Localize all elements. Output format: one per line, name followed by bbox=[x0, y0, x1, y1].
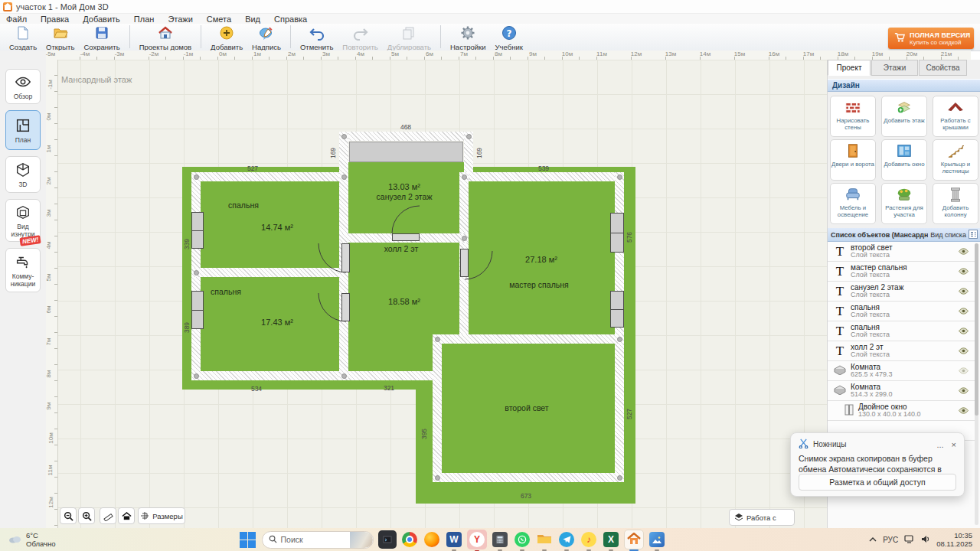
object-row-text-layer[interactable]: T мастер спальняСлой текста bbox=[828, 262, 975, 282]
menu-estimate[interactable]: Смета bbox=[207, 15, 231, 24]
visibility-eye-icon[interactable] bbox=[959, 267, 969, 276]
tray-clock[interactable]: 10:35 08.11.2025 bbox=[936, 531, 972, 549]
view-mode-label[interactable]: Вид списка bbox=[930, 231, 966, 239]
wall[interactable] bbox=[339, 132, 473, 141]
porch-stairs-button[interactable]: Крыльцо и лестницы bbox=[933, 139, 978, 181]
wall-node[interactable] bbox=[341, 134, 347, 139]
wall-node[interactable] bbox=[194, 270, 199, 276]
menu-add[interactable]: Добавить bbox=[83, 15, 120, 24]
taskbar-search[interactable]: Поиск bbox=[262, 531, 374, 549]
object-row-room[interactable]: Комната625.5 x 479.3 bbox=[828, 361, 975, 381]
menu-view[interactable]: Вид bbox=[245, 15, 260, 24]
wall-node[interactable] bbox=[435, 475, 440, 481]
taskbar-app-yandex-music[interactable]: ♪ bbox=[580, 530, 598, 549]
taskbar-app-telegram[interactable] bbox=[557, 530, 576, 549]
visibility-eye-icon[interactable] bbox=[959, 307, 969, 316]
save-button[interactable]: Сохранить bbox=[79, 24, 124, 49]
door-leaf[interactable] bbox=[392, 233, 420, 241]
tab-project[interactable]: Проект bbox=[828, 60, 871, 76]
weather-widget[interactable]: 6°CОблачно bbox=[0, 531, 56, 549]
wall-node[interactable] bbox=[194, 373, 199, 379]
roof-window[interactable] bbox=[349, 142, 463, 162]
sidebar-item-overview[interactable]: Обзор bbox=[5, 69, 41, 104]
wall-node[interactable] bbox=[194, 174, 199, 180]
wall[interactable] bbox=[433, 473, 624, 482]
tab-floors[interactable]: Этажи bbox=[871, 60, 918, 76]
buy-full-version-button[interactable]: ПОЛНАЯ ВЕРСИЯ Купить со скидкой bbox=[888, 28, 974, 49]
markup-share-button[interactable]: Разметка и общий доступ bbox=[799, 474, 956, 491]
taskbar-app-terminal[interactable] bbox=[378, 530, 397, 549]
menu-help[interactable]: Справка bbox=[274, 15, 307, 24]
wall-node[interactable] bbox=[435, 337, 440, 342]
sidebar-item-3d[interactable]: 3D bbox=[5, 156, 41, 193]
door-leaf[interactable] bbox=[341, 293, 350, 321]
tray-display-icon[interactable] bbox=[904, 535, 915, 545]
add-window-button[interactable]: Добавить окно bbox=[881, 139, 927, 181]
sidebar-item-plan[interactable]: План bbox=[5, 110, 41, 150]
taskbar-app-moy-dom-3d[interactable] bbox=[624, 530, 644, 549]
tray-language[interactable]: РУС bbox=[883, 536, 898, 544]
snipping-tool-notification[interactable]: Ножницы ... × Снимок экрана скопирован в… bbox=[790, 432, 965, 497]
open-button[interactable]: Открыть bbox=[41, 24, 79, 49]
object-row-text-layer[interactable]: T холл 2 этСлой текста bbox=[828, 341, 975, 361]
add-floor-button[interactable]: Добавить этаж bbox=[881, 96, 927, 137]
object-row-room[interactable]: Комната514.3 x 299.0 bbox=[828, 381, 975, 401]
visibility-eye-icon[interactable] bbox=[959, 347, 969, 356]
wall-node[interactable] bbox=[617, 337, 622, 342]
taskbar-app-explorer[interactable] bbox=[535, 530, 554, 549]
zoom-in-button[interactable] bbox=[78, 507, 95, 524]
label-button[interactable]: Надпись bbox=[247, 24, 286, 49]
window-double[interactable] bbox=[610, 291, 624, 328]
object-row-text-layer[interactable]: T санузел 2 этажСлой текста bbox=[828, 282, 975, 302]
taskbar-app-firefox[interactable] bbox=[423, 530, 441, 549]
zoom-out-button[interactable] bbox=[60, 507, 77, 524]
wall-node[interactable] bbox=[341, 174, 347, 180]
plan-canvas[interactable]: -1м0м1м2м3м4м5м6м7м8м9м10м11м12м13м Манс… bbox=[46, 60, 827, 528]
window-double[interactable] bbox=[191, 291, 204, 329]
menu-edit[interactable]: Правка bbox=[41, 15, 69, 24]
door-leaf[interactable] bbox=[341, 243, 350, 272]
measure-tool-button[interactable] bbox=[100, 507, 116, 524]
taskbar-app-calculator[interactable] bbox=[491, 530, 509, 549]
house-projects-button[interactable]: Проекты домов bbox=[135, 24, 196, 49]
layers-button[interactable]: Работа с bbox=[729, 509, 795, 526]
visibility-eye-icon[interactable] bbox=[959, 287, 969, 296]
sidebar-item-communications[interactable]: Комму-никации bbox=[5, 248, 41, 292]
home-view-button[interactable] bbox=[118, 507, 135, 524]
taskbar-app-excel[interactable]: X bbox=[602, 530, 620, 549]
wall-node[interactable] bbox=[462, 174, 467, 180]
undo-button[interactable]: Отменить bbox=[296, 24, 338, 49]
wall[interactable] bbox=[433, 334, 442, 482]
wall-node[interactable] bbox=[462, 236, 467, 241]
wall-node[interactable] bbox=[466, 134, 472, 139]
menu-plan[interactable]: План bbox=[134, 15, 155, 24]
add-button[interactable]: Добавить bbox=[206, 24, 247, 49]
panel-scrollbar[interactable] bbox=[975, 243, 978, 525]
visibility-eye-icon[interactable] bbox=[959, 247, 969, 256]
visibility-eye-icon[interactable] bbox=[959, 386, 969, 396]
visibility-eye-icon[interactable] bbox=[959, 327, 969, 336]
notification-more-button[interactable]: ... bbox=[936, 440, 943, 449]
dimensions-toggle-button[interactable]: Размеры bbox=[138, 507, 185, 524]
furniture-lighting-button[interactable]: Мебель и освещение bbox=[830, 183, 876, 224]
taskbar-app-whatsapp[interactable] bbox=[513, 530, 531, 549]
wall[interactable] bbox=[339, 172, 348, 380]
list-view-icon[interactable] bbox=[969, 230, 978, 240]
plants-button[interactable]: Растения для участка bbox=[881, 183, 927, 224]
tray-speaker-icon[interactable] bbox=[921, 535, 930, 545]
object-row-text-layer[interactable]: T спальняСлой текста bbox=[828, 302, 975, 321]
start-button[interactable] bbox=[238, 530, 256, 549]
visibility-eye-icon[interactable] bbox=[959, 367, 969, 376]
doors-gates-button[interactable]: Двери и ворота bbox=[830, 139, 876, 181]
door-leaf[interactable] bbox=[460, 249, 469, 277]
wall[interactable] bbox=[191, 172, 339, 181]
wall[interactable] bbox=[433, 334, 624, 344]
taskbar-app-photos[interactable] bbox=[648, 530, 666, 549]
object-row-window[interactable]: Двойное окно130.0 x 40.0 x 140.0 bbox=[828, 401, 975, 421]
visibility-eye-icon[interactable] bbox=[959, 406, 969, 416]
notification-close-button[interactable]: × bbox=[952, 440, 956, 449]
wall[interactable] bbox=[191, 268, 348, 277]
tutorial-button[interactable]: ? Учебник bbox=[491, 24, 528, 49]
add-column-button[interactable]: Добавить колонну bbox=[933, 183, 978, 224]
window-double[interactable] bbox=[610, 213, 624, 253]
